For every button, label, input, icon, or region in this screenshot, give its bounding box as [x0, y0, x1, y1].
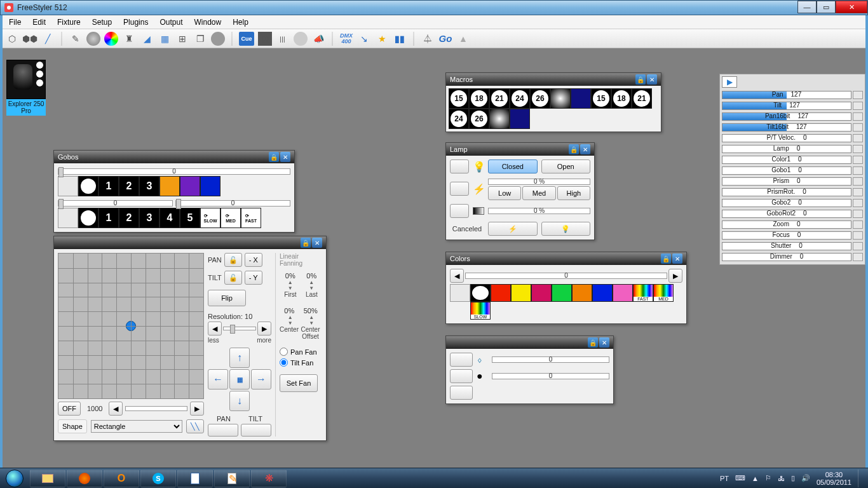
close-icon[interactable]: ✕ [312, 238, 322, 248]
slider-icon[interactable]: ⏃ [421, 32, 435, 46]
lock-icon[interactable]: 🔒 [269, 152, 279, 162]
warning-icon[interactable]: ▲ [456, 32, 470, 46]
gobo2-5[interactable]: 5 [180, 208, 200, 228]
dmx-icon[interactable]: DMX400 [339, 32, 353, 46]
lock-icon[interactable]: 🔒 [569, 144, 579, 154]
gobo2-1[interactable]: 1 [98, 208, 119, 228]
tiltfan-radio[interactable]: Tilt Fan [280, 358, 322, 367]
menu-setup[interactable]: Setup [87, 17, 117, 28]
param-toggle[interactable] [853, 188, 863, 196]
pan-unlock-icon[interactable]: 🔓 [224, 253, 242, 267]
close-icon[interactable]: ✕ [580, 144, 590, 154]
close-button[interactable]: ✕ [836, 1, 867, 13]
gobo-open[interactable] [78, 176, 98, 196]
color-green[interactable] [552, 284, 572, 302]
macro-cell[interactable]: 15 [591, 88, 611, 109]
gobo2-2[interactable]: 2 [119, 208, 139, 228]
gobo-rot-med[interactable]: ⟳MED [220, 208, 241, 228]
group-icon[interactable]: ⬢⬢ [23, 32, 37, 46]
med-button[interactable]: Med [522, 186, 555, 200]
gobo2-slider-a[interactable]: 0 [58, 200, 173, 207]
lang-indicator[interactable]: PT [720, 475, 729, 482]
param-row[interactable]: PrismRot.0 [722, 187, 863, 197]
color-next-button[interactable]: ▶ [668, 269, 682, 283]
pan-reset-button[interactable] [208, 424, 238, 437]
param-toggle[interactable] [853, 220, 863, 229]
param-row[interactable]: Color10 [722, 154, 863, 165]
beam-icon[interactable]: ◢ [140, 32, 154, 46]
arrow-center-button[interactable]: ▦ [229, 369, 250, 390]
gobo-blue[interactable] [200, 176, 220, 196]
param-row[interactable]: Lamp0 [722, 144, 863, 154]
open-button[interactable]: Open [541, 159, 591, 173]
macro-cell[interactable] [571, 88, 591, 109]
arrow-right-button[interactable]: → [251, 369, 271, 390]
tray-keyboard-icon[interactable]: ⌨ [735, 474, 745, 482]
menu-help[interactable]: Help [227, 17, 254, 28]
lamp-on-button[interactable]: 💡 [541, 222, 591, 236]
param-toggle[interactable] [853, 210, 863, 218]
high-button[interactable]: High [557, 186, 590, 200]
param-toggle[interactable] [853, 242, 863, 250]
strobe-slider[interactable]: 0 % [488, 179, 590, 185]
param-toggle[interactable] [853, 145, 863, 153]
lamp-clear-3[interactable] [450, 204, 469, 218]
arrow-down-button[interactable]: ↓ [229, 391, 250, 411]
show-desktop-button[interactable] [858, 470, 863, 487]
gobo-orange[interactable] [159, 176, 180, 196]
gobo-3[interactable]: 3 [139, 176, 159, 196]
menu-edit[interactable]: Edit [27, 17, 51, 28]
param-row[interactable]: GoboRot20 [722, 208, 863, 219]
param-toggle[interactable] [853, 156, 863, 164]
macro-cell[interactable]: 18 [469, 88, 489, 109]
param-toggle[interactable] [853, 166, 863, 175]
color-blue[interactable] [592, 284, 613, 302]
gobo-1[interactable]: 1 [98, 176, 119, 196]
macro-cell[interactable]: 18 [611, 88, 632, 109]
fixtures-icon[interactable]: ⬡ [5, 32, 19, 46]
macro-cell[interactable]: 26 [530, 88, 550, 109]
wand-icon[interactable]: ✎ [69, 32, 83, 46]
gobo1-slider[interactable]: 0 [58, 168, 290, 175]
lock-icon[interactable]: 🔒 [661, 254, 671, 264]
gobo2-3[interactable]: 3 [139, 208, 159, 228]
tray-flag-icon[interactable]: ⚐ [765, 474, 771, 482]
macro-cell[interactable] [550, 88, 571, 109]
paint-icon[interactable]: ╱ [41, 32, 55, 46]
task-explorer[interactable] [30, 470, 65, 487]
start-button[interactable] [0, 468, 29, 489]
color-rainbow-med[interactable]: MED [653, 284, 674, 302]
tilt-reset-button[interactable] [241, 424, 271, 437]
param-row[interactable]: Gobo20 [722, 198, 863, 208]
dimmer-slider[interactable]: 0 % [488, 208, 590, 214]
tray-clock[interactable]: 08:30 05/09/2011 [817, 471, 851, 486]
task-app1[interactable]: ✎ [214, 470, 250, 487]
prism-clear-2[interactable] [450, 369, 473, 383]
lock-icon[interactable]: 🔒 [635, 74, 646, 85]
tilt-unlock-icon[interactable]: 🔓 [224, 271, 242, 285]
lamp-off-button[interactable]: ⚡ [488, 222, 538, 236]
color-slider[interactable]: 0 [465, 273, 667, 279]
task-writer[interactable] [177, 470, 213, 487]
fan-lines-icon[interactable]: ╲╲ [186, 419, 204, 433]
menu-window[interactable]: Window [189, 17, 226, 28]
color-rainbow-slow[interactable]: SLOW [470, 302, 491, 320]
gobo2-open[interactable] [78, 208, 98, 228]
gobo-rot-slow[interactable]: ⟳SLOW [200, 208, 220, 228]
macro-cell[interactable]: 24 [510, 88, 530, 109]
macro-cell[interactable]: 15 [449, 88, 469, 109]
pos-right-button[interactable]: ▶ [190, 402, 204, 416]
color-rainbow-fast[interactable]: FAST [633, 284, 653, 302]
task-freestyler[interactable]: ❋ [251, 470, 287, 487]
panfan-radio[interactable]: Pan Fan [280, 348, 322, 356]
menu-output[interactable]: Output [154, 17, 187, 28]
res-right[interactable]: ▶ [257, 322, 271, 336]
param-row[interactable]: P/T Veloc.0 [722, 133, 863, 143]
copy-icon[interactable]: ❐ [193, 32, 207, 46]
menu-fixture[interactable]: Fixture [52, 17, 86, 28]
prism-slider-1[interactable]: 0 [492, 356, 609, 363]
macro-cell[interactable]: 21 [489, 88, 510, 109]
param-row[interactable]: Pan16bit127 [722, 111, 863, 121]
lock-icon[interactable]: 🔒 [301, 238, 311, 248]
color-red[interactable] [491, 284, 511, 302]
